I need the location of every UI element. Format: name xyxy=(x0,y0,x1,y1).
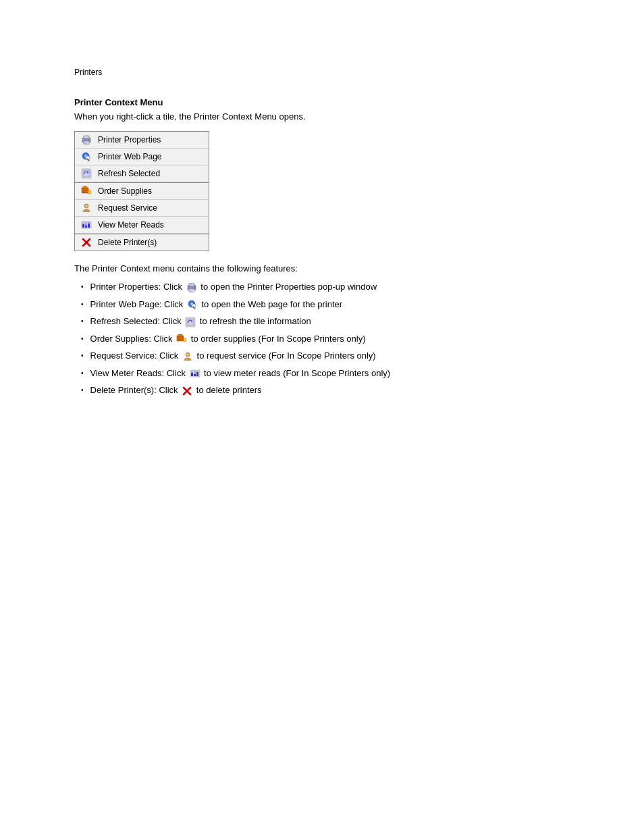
feature-refresh-selected: Refresh Selected: Click to refresh the t… xyxy=(90,315,570,328)
bullet-dot: • xyxy=(81,334,84,344)
list-item: • Request Service: Click to request serv… xyxy=(81,349,570,363)
feature-printer-web-page: Printer Web Page: Click to open the Web … xyxy=(90,298,570,311)
svg-rect-31 xyxy=(189,283,194,286)
menu-label-delete-printers: Delete Printer(s) xyxy=(98,238,157,247)
menu-item-printer-web-page: Printer Web Page xyxy=(75,149,209,165)
order-supplies-menu-icon xyxy=(80,185,92,197)
feature-request-service: Request Service: Click to request servic… xyxy=(90,349,570,363)
svg-rect-56 xyxy=(196,371,198,372)
list-item: • View Meter Reads: Click to view meter … xyxy=(81,367,570,380)
bullet-dot: • xyxy=(81,368,84,378)
list-item: • Delete Printer(s): Click to delete pri… xyxy=(81,384,570,397)
svg-rect-3 xyxy=(84,142,88,142)
svg-point-5 xyxy=(88,139,90,140)
delete-printers-menu-icon xyxy=(80,236,92,249)
menu-label-order-supplies: Order Supplies xyxy=(98,186,152,196)
menu-label-printer-web-page: Printer Web Page xyxy=(98,152,162,161)
svg-rect-1 xyxy=(84,136,89,138)
printer-web-page-inline-icon xyxy=(187,299,198,310)
feature-order-supplies: Order Supplies: Click to order supplies … xyxy=(90,332,570,346)
bullet-dot: • xyxy=(81,385,84,395)
svg-rect-27 xyxy=(88,222,90,224)
menu-item-delete-printers: Delete Printer(s) xyxy=(75,234,209,251)
svg-rect-54 xyxy=(191,371,193,373)
printer-properties-menu-icon xyxy=(80,134,92,146)
list-item: • Printer Web Page: Click to open the We… xyxy=(81,298,570,311)
svg-rect-26 xyxy=(85,222,87,226)
refresh-selected-menu-icon xyxy=(80,167,92,180)
bullet-dot: • xyxy=(81,299,84,309)
menu-item-refresh-selected: Refresh Selected xyxy=(75,165,209,182)
menu-item-view-meter-reads: View Meter Reads xyxy=(75,217,209,234)
printer-properties-inline-icon xyxy=(186,282,197,293)
list-item: • Refresh Selected: Click to refresh the… xyxy=(81,315,570,328)
svg-point-49 xyxy=(186,353,188,355)
features-list: • Printer Properties: Click to open the … xyxy=(81,280,570,397)
request-service-menu-icon xyxy=(80,202,92,214)
feature-delete-printers: Delete Printer(s): Click to delete print… xyxy=(90,384,570,397)
refresh-selected-inline-icon xyxy=(185,317,196,328)
list-item: • Printer Properties: Click to open the … xyxy=(81,280,570,294)
order-supplies-inline-icon xyxy=(176,334,187,344)
request-service-inline-icon xyxy=(182,351,193,362)
svg-point-20 xyxy=(86,205,88,207)
svg-rect-33 xyxy=(190,289,194,290)
section-intro: When you right-click a tile, the Printer… xyxy=(74,111,570,122)
svg-rect-2 xyxy=(84,141,89,145)
bullet-dot: • xyxy=(81,316,84,326)
section-title: Printer Context Menu xyxy=(74,97,570,107)
printer-web-page-menu-icon xyxy=(80,151,92,163)
view-meter-reads-inline-icon xyxy=(190,368,200,379)
feature-printer-properties: Printer Properties: Click to open the Pr… xyxy=(90,280,570,294)
svg-rect-25 xyxy=(82,222,84,224)
view-meter-reads-menu-icon xyxy=(80,219,92,231)
menu-label-request-service: Request Service xyxy=(98,203,157,213)
svg-rect-17 xyxy=(88,190,91,194)
menu-label-printer-properties: Printer Properties xyxy=(98,135,161,145)
svg-point-40 xyxy=(190,303,192,305)
svg-rect-34 xyxy=(190,290,192,291)
menu-item-request-service: Request Service xyxy=(75,200,209,217)
bullet-dot: • xyxy=(81,350,84,361)
svg-rect-55 xyxy=(194,371,196,374)
menu-item-printer-properties: Printer Properties xyxy=(75,132,209,149)
svg-rect-32 xyxy=(189,288,194,292)
feature-view-meter-reads: View Meter Reads: Click to view meter re… xyxy=(90,367,570,380)
context-menu-image: Printer Properties Printer Web Page xyxy=(74,131,209,251)
svg-rect-47 xyxy=(184,338,186,342)
svg-point-35 xyxy=(194,286,195,288)
menu-label-view-meter-reads: View Meter Reads xyxy=(98,220,164,230)
bullet-dot: • xyxy=(81,282,84,292)
menu-item-order-supplies: Order Supplies xyxy=(75,182,209,200)
delete-printers-inline-icon xyxy=(182,386,192,396)
menu-label-refresh-selected: Refresh Selected xyxy=(98,169,160,178)
svg-rect-4 xyxy=(84,143,87,144)
svg-point-10 xyxy=(85,155,87,157)
list-item: • Order Supplies: Click to order supplie… xyxy=(81,332,570,346)
breadcrumb: Printers xyxy=(74,68,570,77)
features-intro: The Printer Context menu contains the fo… xyxy=(74,263,570,273)
